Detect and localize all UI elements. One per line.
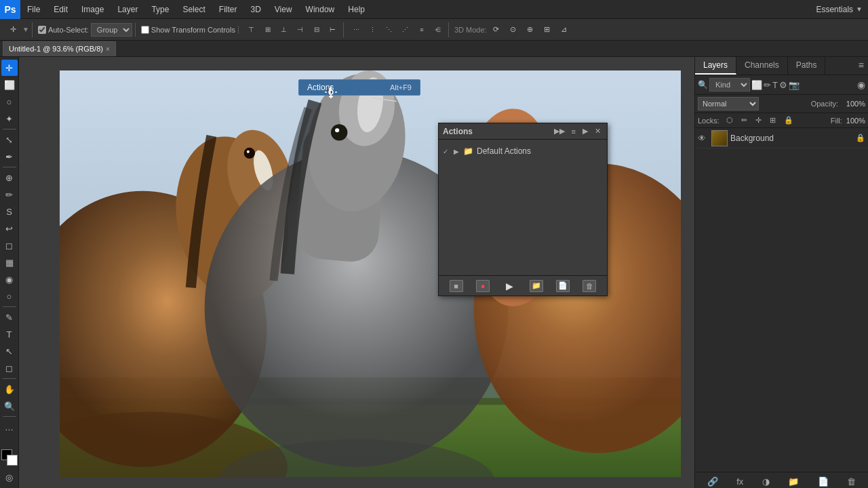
more-tools[interactable]: … bbox=[1, 419, 18, 435]
actions-new-set-btn[interactable]: 📁 bbox=[530, 280, 543, 292]
filter-icon4[interactable]: ⚙ bbox=[779, 80, 787, 90]
menu-filter[interactable]: Filter bbox=[212, 0, 244, 18]
actions-hamburger-btn[interactable]: ≡ bbox=[570, 127, 578, 136]
filter-icon3[interactable]: T bbox=[772, 80, 778, 90]
actions-delete-btn[interactable]: 🗑 bbox=[583, 280, 596, 292]
fg-bg-colors[interactable] bbox=[1, 449, 18, 466]
doc-tab-untitled[interactable]: Untitled-1 @ 93.6% (RGB/8) × bbox=[3, 41, 116, 56]
link-layers-btn[interactable]: 🔗 bbox=[706, 475, 719, 488]
new-layer-btn[interactable]: 📄 bbox=[816, 475, 830, 488]
lock-move-btn[interactable]: ✛ bbox=[753, 115, 764, 126]
tab-layers[interactable]: Layers bbox=[695, 57, 736, 75]
tab-paths[interactable]: Paths bbox=[788, 57, 826, 75]
menu-layer[interactable]: Layer bbox=[111, 0, 144, 18]
menu-view[interactable]: View bbox=[268, 0, 299, 18]
eyedropper-tool[interactable]: ✒ bbox=[1, 148, 18, 165]
new-group-btn[interactable]: 📁 bbox=[787, 475, 800, 488]
3d-scale-btn[interactable]: ⊿ bbox=[557, 22, 572, 37]
default-actions-row[interactable]: ✓ ▶ 📁 Default Actions bbox=[439, 142, 607, 160]
dodge-tool[interactable]: ○ bbox=[1, 288, 18, 304]
essentials-label[interactable]: Essentials bbox=[816, 5, 853, 14]
gradient-tool[interactable]: ▦ bbox=[1, 254, 18, 270]
menu-edit[interactable]: Edit bbox=[47, 0, 75, 18]
menu-3d[interactable]: 3D bbox=[243, 0, 267, 18]
align-vcenter-btn[interactable]: ⊞ bbox=[260, 22, 275, 37]
menu-file[interactable]: File bbox=[20, 0, 47, 18]
3d-rotate-btn[interactable]: ⟳ bbox=[489, 22, 504, 37]
lasso-tool[interactable]: ○ bbox=[1, 94, 18, 110]
filter-icon2[interactable]: ✏ bbox=[764, 80, 771, 90]
auto-select-checkbox[interactable] bbox=[38, 26, 46, 34]
layer-visibility-icon[interactable]: 👁 bbox=[698, 134, 709, 143]
actions-record-btn[interactable]: ● bbox=[476, 280, 490, 292]
pen-tool[interactable]: ✎ bbox=[1, 309, 18, 325]
show-transform-checkbox[interactable] bbox=[141, 26, 149, 34]
filter-toggle[interactable]: ◉ bbox=[857, 79, 865, 90]
zoom-tool[interactable]: 🔍 bbox=[1, 398, 18, 414]
3d-roll-btn[interactable]: ⊙ bbox=[506, 22, 521, 37]
move-tool-group: ✛ ▼ bbox=[3, 22, 33, 37]
marquee-tool[interactable]: ⬜ bbox=[1, 77, 18, 93]
3d-pan-btn[interactable]: ⊕ bbox=[523, 22, 538, 37]
lock-artboard-btn[interactable]: ⊞ bbox=[767, 115, 778, 126]
actions-stop-btn[interactable]: ■ bbox=[450, 280, 463, 292]
lock-transparent-btn[interactable]: ⬡ bbox=[724, 115, 736, 126]
group-select[interactable]: Group Layer bbox=[91, 23, 132, 37]
actions-play-header-btn[interactable]: ▶ bbox=[580, 126, 590, 136]
shape-tool[interactable]: ◻ bbox=[1, 360, 18, 376]
align-left-btn[interactable]: ⊣ bbox=[293, 22, 308, 37]
align-top-btn[interactable]: ⊤ bbox=[244, 22, 259, 37]
layer-effects-btn[interactable]: fx bbox=[735, 475, 745, 488]
healing-tool[interactable]: ⊕ bbox=[1, 169, 18, 186]
path-selection[interactable]: ↖ bbox=[1, 343, 18, 359]
lock-paint-btn[interactable]: ✏ bbox=[738, 115, 750, 126]
dist-right-btn[interactable]: ⋲ bbox=[431, 22, 446, 37]
hand-tool[interactable]: ✋ bbox=[1, 381, 18, 397]
brush-tool[interactable]: ✏ bbox=[1, 186, 18, 203]
quick-mask-btn[interactable]: ◎ bbox=[1, 469, 18, 485]
menu-window[interactable]: Window bbox=[299, 0, 342, 18]
delete-layer-btn[interactable]: 🗑 bbox=[846, 475, 857, 488]
actions-expand-btn[interactable]: ▶▶ bbox=[552, 126, 567, 136]
3d-slide-btn[interactable]: ⊞ bbox=[540, 22, 555, 37]
align-bottom-btn[interactable]: ⊥ bbox=[277, 22, 292, 37]
filter-icon1[interactable]: ⬜ bbox=[751, 80, 762, 90]
layers-filter-select[interactable]: Kind bbox=[709, 78, 750, 92]
blur-tool[interactable]: ◉ bbox=[1, 271, 18, 287]
align-hcenter-btn[interactable]: ⊟ bbox=[309, 22, 324, 37]
eraser-tool[interactable]: ◻ bbox=[1, 237, 18, 253]
layers-panel-options-icon[interactable]: ≡ bbox=[854, 57, 868, 75]
type-tool[interactable]: T bbox=[1, 326, 18, 342]
clone-tool[interactable]: S bbox=[1, 203, 18, 220]
background-layer-row[interactable]: 👁 Background 🔒 bbox=[695, 128, 868, 148]
dist-vc-btn[interactable]: ⋮ bbox=[366, 22, 380, 37]
move-tool[interactable]: ✛ bbox=[1, 60, 18, 76]
actions-new-action-btn[interactable]: 📄 bbox=[556, 280, 570, 292]
actions-close-btn[interactable]: ✕ bbox=[593, 126, 603, 136]
menu-select[interactable]: Select bbox=[176, 0, 212, 18]
align-right-btn[interactable]: ⊢ bbox=[326, 22, 340, 37]
layers-search-icon: 🔍 bbox=[698, 80, 708, 89]
lock-all-btn[interactable]: 🔒 bbox=[781, 115, 796, 126]
fill-value: 100% bbox=[846, 117, 865, 125]
actions-menu-item[interactable]: Actions Alt+F9 bbox=[299, 80, 420, 95]
dist-top-btn[interactable]: ⋯ bbox=[349, 22, 364, 37]
dist-bot-btn[interactable]: ⋱ bbox=[382, 22, 397, 37]
crop-tool[interactable]: ⤡ bbox=[1, 131, 18, 148]
new-fill-layer-btn[interactable]: ◑ bbox=[761, 475, 771, 488]
filter-icon5[interactable]: 📷 bbox=[789, 80, 800, 90]
actions-play-btn[interactable]: ▶ bbox=[502, 279, 516, 293]
menu-help[interactable]: Help bbox=[341, 0, 372, 18]
blend-mode-select[interactable]: Normal Multiply Screen bbox=[698, 97, 759, 110]
menu-type[interactable]: Type bbox=[144, 0, 176, 18]
dist-left-btn[interactable]: ⋰ bbox=[398, 22, 413, 37]
magic-wand-tool[interactable]: ✦ bbox=[1, 110, 18, 127]
3d-mode-label: 3D Mode: bbox=[454, 26, 487, 34]
doc-tab-close[interactable]: × bbox=[106, 45, 110, 53]
dist-hc-btn[interactable]: ≡ bbox=[414, 22, 429, 37]
move-tool-btn[interactable]: ✛ bbox=[5, 22, 20, 37]
menu-image[interactable]: Image bbox=[75, 0, 111, 18]
tab-channels[interactable]: Channels bbox=[736, 57, 788, 75]
essentials-dropdown-icon[interactable]: ▼ bbox=[856, 5, 863, 13]
history-brush[interactable]: ↩ bbox=[1, 220, 18, 237]
